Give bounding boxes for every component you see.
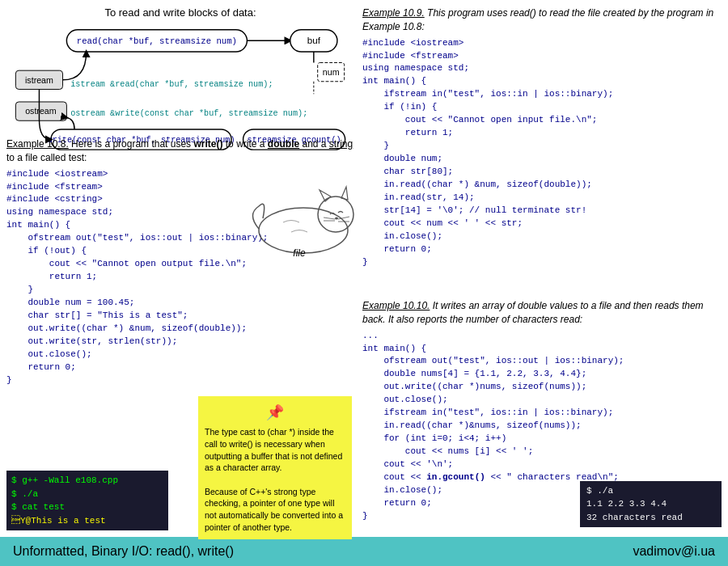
bottom-bar-author: vadimov@i.ua <box>633 544 715 559</box>
bottom-bar: Unformatted, Binary I/O: read(), write()… <box>0 537 728 566</box>
sticky-note-text: The type cast to (char *) inside the cal… <box>205 427 343 532</box>
svg-text:ostream: ostream <box>25 106 57 116</box>
svg-text:file: file <box>293 247 306 259</box>
bottom-bar-title: Unformatted, Binary I/O: read(), write() <box>13 544 234 559</box>
example-108-title: Example 10.8. Here is a program that use… <box>6 137 362 165</box>
example-109-code: #include <iostream>#include <fstream>usi… <box>362 37 722 269</box>
diagram-svg: read(char *buf, streamsize num) buf istr… <box>6 23 354 153</box>
cat-illustration: file <box>251 174 356 267</box>
svg-text:num: num <box>323 67 340 77</box>
example-1010-terminal: $ ./a 1.1 2.2 3.3 4.4 32 characters read <box>580 481 722 528</box>
example-109-title: Example 10.9. This program uses read() t… <box>362 6 722 34</box>
diagram-section: To read and write blocks of data: read(c… <box>6 6 354 156</box>
svg-text:istream: istream <box>25 75 53 85</box>
svg-text:ostream &write(const char *buf: ostream &write(const char *buf, streamsi… <box>70 109 307 118</box>
svg-text:buf: buf <box>307 35 321 45</box>
example-109-section: Example 10.9. This program uses read() t… <box>362 6 722 268</box>
svg-line-26 <box>324 218 335 219</box>
example-1010-title: Example 10.10. It writes an array of dou… <box>362 299 722 327</box>
svg-text:read(char *buf, streamsize num: read(char *buf, streamsize num) <box>77 36 237 46</box>
svg-text:istream &read(char *buf, strea: istream &read(char *buf, streamsize num)… <box>70 80 273 89</box>
svg-point-25 <box>335 218 338 220</box>
example-108-terminal: $ g++ -Wall e108.cpp $ ./a $ cat test Y… <box>6 471 168 530</box>
sticky-note: 📌 The type cast to (char *) inside the c… <box>198 396 352 539</box>
diagram-title: To read and write blocks of data: <box>6 6 354 19</box>
